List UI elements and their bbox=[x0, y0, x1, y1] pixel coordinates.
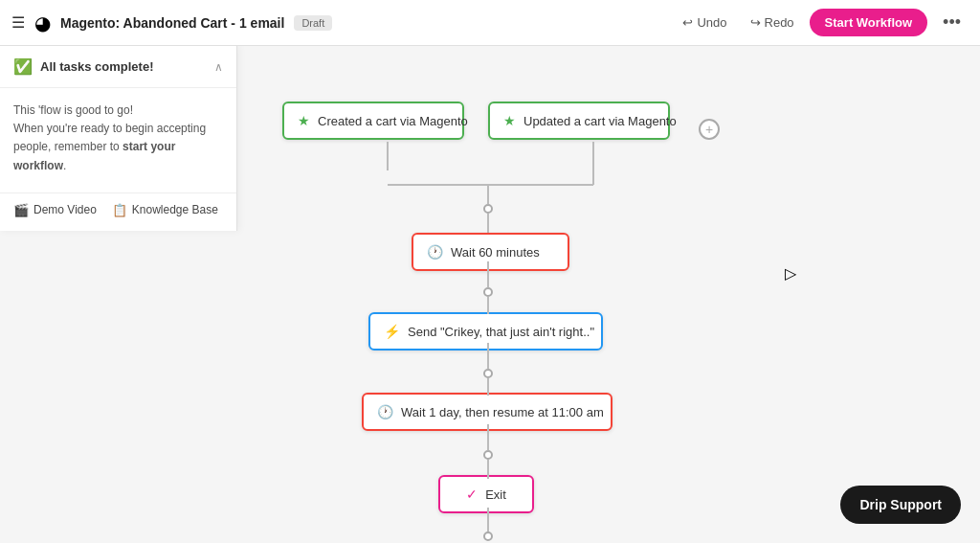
topbar-left: ☰ ◕ Magento: Abandoned Cart - 1 email Dr… bbox=[11, 11, 665, 34]
collapse-icon[interactable]: ∧ bbox=[214, 60, 223, 74]
kb-icon: 📋 bbox=[112, 203, 127, 217]
redo-icon: ↪ bbox=[750, 15, 761, 30]
clock-icon-2: 🕐 bbox=[377, 404, 393, 419]
panel-body: This 'flow is good to go! When you're re… bbox=[0, 88, 236, 185]
demo-video-link[interactable]: 🎬 Demo Video bbox=[13, 203, 97, 217]
lightning-icon: ⚡ bbox=[384, 324, 400, 339]
star-icon-1: ★ bbox=[298, 113, 310, 128]
trigger-1-label: Created a cart via Magento bbox=[318, 114, 468, 128]
exit-node[interactable]: ✓ Exit bbox=[438, 475, 534, 513]
hamburger-icon[interactable]: ☰ bbox=[11, 13, 25, 32]
page-title: Magento: Abandoned Cart - 1 email bbox=[60, 15, 284, 31]
draft-badge: Draft bbox=[294, 15, 332, 31]
drip-support-button[interactable]: Drip Support bbox=[840, 486, 961, 524]
knowledge-base-link[interactable]: 📋 Knowledge Base bbox=[112, 203, 218, 217]
undo-label: Undo bbox=[697, 15, 726, 30]
video-icon: 🎬 bbox=[13, 203, 29, 217]
panel-links: 🎬 Demo Video 📋 Knowledge Base bbox=[0, 192, 236, 231]
redo-label: Redo bbox=[765, 15, 794, 30]
topbar-right: ↩ Undo ↪ Redo Start Workflow ••• bbox=[675, 9, 969, 36]
connector-dot-1 bbox=[483, 204, 493, 214]
add-trigger-button[interactable]: + bbox=[699, 119, 720, 140]
trigger-node-1[interactable]: ★ Created a cart via Magento bbox=[282, 102, 464, 140]
connector-dot-4 bbox=[483, 450, 493, 460]
connector-dot-2 bbox=[483, 287, 493, 297]
logo-icon: ◕ bbox=[34, 11, 51, 34]
redo-button[interactable]: ↪ Redo bbox=[743, 11, 802, 34]
trigger-2-label: Updated a cart via Magento bbox=[523, 114, 677, 128]
more-options-button[interactable]: ••• bbox=[935, 9, 969, 36]
start-workflow-button[interactable]: Start Workflow bbox=[810, 9, 928, 36]
send-1-label: Send "Crikey, that just ain't right.." bbox=[408, 325, 594, 339]
connector-dot-5 bbox=[483, 532, 493, 541]
kb-label: Knowledge Base bbox=[132, 203, 218, 216]
wait-2-label: Wait 1 day, then resume at 11:00 am bbox=[401, 405, 604, 419]
task-panel: ✅ All tasks complete! ∧ This 'flow is go… bbox=[0, 46, 237, 231]
main-area: ✅ All tasks complete! ∧ This 'flow is go… bbox=[0, 46, 980, 543]
exit-label: Exit bbox=[485, 487, 506, 502]
wait-node-1[interactable]: 🕐 Wait 60 minutes bbox=[412, 233, 569, 271]
panel-header: ✅ All tasks complete! ∧ bbox=[0, 46, 236, 88]
connector-dot-3 bbox=[483, 369, 493, 378]
wait-1-label: Wait 60 minutes bbox=[451, 245, 540, 260]
undo-button[interactable]: ↩ Undo bbox=[675, 11, 734, 34]
undo-icon: ↩ bbox=[682, 15, 693, 30]
panel-description: This 'flow is good to go! When you're re… bbox=[13, 102, 223, 175]
cursor: ▷ bbox=[785, 264, 796, 283]
check-circle-icon: ✅ bbox=[13, 57, 33, 76]
star-icon-2: ★ bbox=[503, 113, 516, 128]
panel-title-row: ✅ All tasks complete! bbox=[13, 57, 154, 76]
clock-icon-1: 🕐 bbox=[427, 244, 443, 260]
send-node-1[interactable]: ⚡ Send "Crikey, that just ain't right.." bbox=[368, 312, 603, 351]
demo-video-label: Demo Video bbox=[33, 203, 97, 216]
check-icon: ✓ bbox=[466, 486, 478, 502]
wait-node-2[interactable]: 🕐 Wait 1 day, then resume at 11:00 am bbox=[362, 393, 612, 431]
panel-title: All tasks complete! bbox=[40, 59, 154, 74]
topbar: ☰ ◕ Magento: Abandoned Cart - 1 email Dr… bbox=[0, 0, 980, 46]
trigger-node-2[interactable]: ★ Updated a cart via Magento bbox=[488, 102, 670, 140]
